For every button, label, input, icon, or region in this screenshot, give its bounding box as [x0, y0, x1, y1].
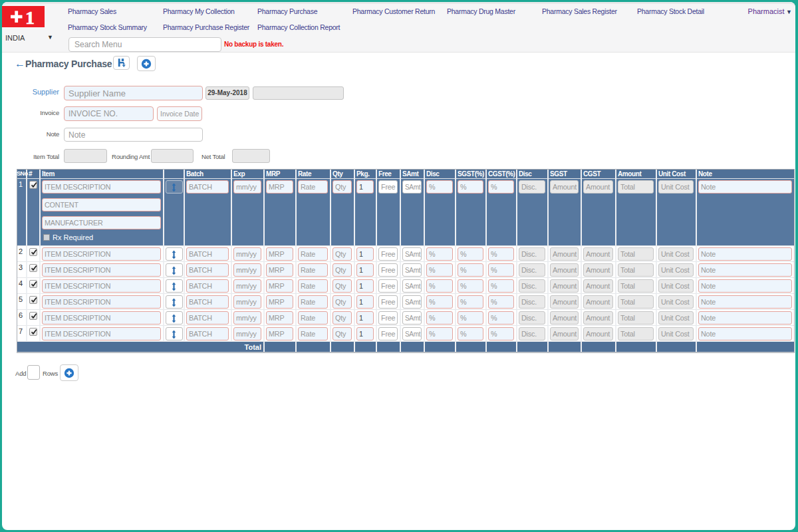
- svg-text:1: 1: [25, 7, 35, 28]
